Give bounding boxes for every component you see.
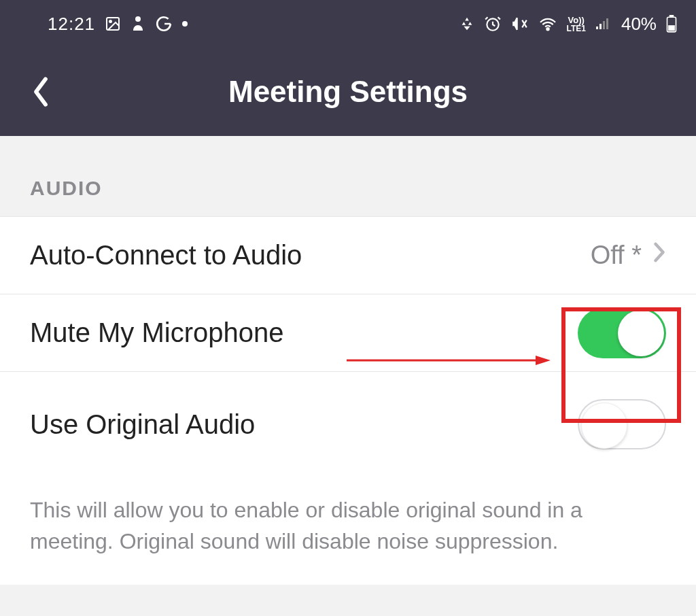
- vibrate-icon: [511, 15, 529, 33]
- row-mute-microphone: Mute My Microphone: [0, 294, 696, 372]
- notification-dot-icon: [182, 21, 188, 27]
- battery-percent: 40%: [621, 14, 657, 35]
- mute-mic-toggle[interactable]: [578, 308, 666, 358]
- volte-icon: Vo)) LTE1: [567, 16, 586, 33]
- wifi-icon: [538, 16, 557, 31]
- svg-rect-11: [668, 25, 675, 31]
- original-audio-toggle[interactable]: [578, 399, 666, 449]
- signal-icon: [595, 17, 612, 31]
- svg-rect-7: [603, 21, 605, 29]
- recycle-icon: [459, 16, 474, 31]
- svg-rect-8: [606, 18, 608, 29]
- back-button[interactable]: [27, 71, 54, 112]
- status-bar: 12:21 V: [0, 0, 696, 48]
- auto-connect-value: Off *: [591, 241, 642, 270]
- status-time: 12:21: [48, 14, 95, 35]
- auto-connect-label: Auto-Connect to Audio: [30, 240, 302, 271]
- title-bar: Meeting Settings: [0, 48, 696, 136]
- mute-mic-label: Mute My Microphone: [30, 318, 283, 348]
- svg-rect-10: [669, 15, 674, 17]
- section-header-audio: AUDIO: [0, 136, 696, 216]
- chevron-right-icon: [652, 241, 666, 270]
- svg-point-1: [109, 20, 111, 22]
- svg-point-2: [135, 16, 141, 22]
- svg-rect-5: [596, 27, 598, 29]
- google-icon: [155, 15, 173, 33]
- image-icon: [105, 16, 121, 32]
- row-auto-connect-audio[interactable]: Auto-Connect to Audio Off *: [0, 217, 696, 294]
- row-original-audio: Use Original Audio: [0, 372, 696, 477]
- svg-rect-6: [599, 24, 602, 29]
- battery-icon: [666, 15, 677, 33]
- app-icon: [130, 16, 145, 32]
- original-audio-description: This will allow you to enable or disable…: [0, 477, 696, 585]
- original-audio-label: Use Original Audio: [30, 409, 255, 440]
- alarm-icon: [484, 15, 502, 33]
- svg-point-4: [546, 28, 549, 30]
- page-title: Meeting Settings: [228, 75, 468, 109]
